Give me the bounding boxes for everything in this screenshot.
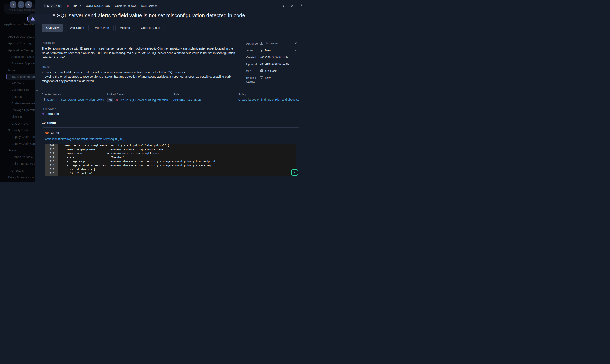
divider xyxy=(139,4,139,8)
finding-id-badge[interactable]: 718739 xyxy=(44,3,62,8)
sidebar-item-licenses[interactable]: Licenses xyxy=(0,113,35,120)
description-text: The Terraform resource with ID azurerm_m… xyxy=(42,46,237,60)
sidebar-item-issues[interactable]: Issues xyxy=(0,67,35,73)
evidence-file-link[interactable]: amit.schnitzer/terragoat/master/terrafor… xyxy=(45,137,300,141)
tab-overview[interactable]: Overview xyxy=(42,24,63,32)
evidence-heading: Evidence xyxy=(42,121,305,125)
sidebar-item-application-management[interactable]: Application Management xyxy=(0,47,35,53)
code-snippet[interactable]: 209 resource "azurerm_mssql_server_secur… xyxy=(45,143,297,176)
sidebar-item-appsec-coverage[interactable]: AppSec Coverage xyxy=(0,40,35,47)
chevron-down-icon[interactable] xyxy=(294,42,297,44)
arrow-down-icon: ↓ xyxy=(20,3,22,6)
help-icon: ? xyxy=(294,170,296,174)
created-label: Created: xyxy=(246,55,260,59)
panel-layout-icon[interactable] xyxy=(283,4,286,8)
code-text: "Sql_Injection", xyxy=(58,172,297,176)
backlog-status-label: Backlog Status: xyxy=(246,76,260,84)
clock-icon xyxy=(260,69,263,73)
framework-section: Framework Terraform xyxy=(42,107,305,116)
finding-open-duration: Open for 29 days xyxy=(115,4,137,8)
code-text: resource "azurerm_mssql_server_security_… xyxy=(58,143,297,147)
line-number: 211 xyxy=(45,152,58,156)
sla-value: On Track xyxy=(265,69,277,72)
sidebar-item-scans[interactable]: Scans xyxy=(0,147,35,154)
main-content: 718739 High CONFIGURATION Open for 29 da… xyxy=(35,0,305,182)
asset-grid-icon xyxy=(42,98,45,101)
line-number: 209 xyxy=(45,143,58,147)
linked-case-link[interactable]: 'Azure SQL Server audit log retention xyxy=(120,98,168,102)
assignee-value: Unassigned xyxy=(265,42,280,45)
sidebar-item-application-criteria[interactable]: Application Criteria xyxy=(0,53,35,60)
scroll-down-button[interactable]: ↓ xyxy=(18,1,24,8)
sidebar-item-branch-periodic-scans[interactable]: Branch Periodic Scans xyxy=(0,154,35,160)
policy-link[interactable]: Create issues on findings of High and ab… xyxy=(238,98,299,101)
sidebar-item-3rd-party-tools[interactable]: 3rd Party Tools xyxy=(0,127,35,133)
status-diamond-icon xyxy=(260,49,263,52)
help-button[interactable]: ? xyxy=(291,169,298,176)
rule-label: Rule xyxy=(173,93,238,96)
rule-link[interactable]: APPSEC_AZURE_26 xyxy=(173,98,201,101)
line-number: 210 xyxy=(45,147,58,151)
details-row: Affected Assets azurerm_mssql_server_sec… xyxy=(42,93,305,102)
severity-dropdown[interactable]: High xyxy=(67,4,81,8)
sidebar-item-ci-scans[interactable]: CI Scans xyxy=(0,167,35,174)
warning-triangle-icon xyxy=(47,5,49,7)
overlay-buttons: ↑ ↓ ✕ xyxy=(10,1,32,8)
sidebar-item-supply-chain-tools[interactable]: Supply Chain Tools xyxy=(0,133,35,140)
tab-war-room[interactable]: War Room xyxy=(65,24,89,32)
sidebar-item-iac-misconfiguration[interactable]: IaC Misconfiguration xyxy=(6,74,35,80)
alert-pull-tab[interactable] xyxy=(27,14,52,24)
finding-id: 718739 xyxy=(51,4,60,8)
framework-value: Terraform xyxy=(46,112,59,116)
scroll-up-button[interactable]: ↑ xyxy=(10,1,16,8)
sidebar-item-policy-management[interactable]: Policy Management xyxy=(0,174,35,181)
sidebar-item-package-operational[interactable]: Package Operational xyxy=(0,107,35,113)
sidebar-item-supply-chain-catalog[interactable]: Supply Chain Catalog xyxy=(0,140,35,147)
chevron-down-icon[interactable] xyxy=(294,50,297,51)
sidebar-item-secrets[interactable]: Secrets xyxy=(0,93,35,100)
sidebar-item-business-applications[interactable]: Business Applications xyxy=(0,60,35,67)
linked-cases-label: Linked Cases xyxy=(107,93,173,96)
code-text: server_name = azurerm_mssql_server.mssql… xyxy=(58,152,297,156)
updated-label: Updated: xyxy=(246,62,260,66)
status-label: Status: xyxy=(246,49,260,52)
finding-scanner: IaC Scanner xyxy=(141,4,157,8)
meta-panel: Assignee: Unassigned Status: xyxy=(241,41,301,87)
assignee-label: Assignee: xyxy=(246,42,260,46)
code-text: disabled_alerts = [ xyxy=(58,168,297,172)
close-button[interactable]: ✕ xyxy=(25,1,32,8)
sidebar-item-pull-request-scans[interactable]: Pull Request Scans xyxy=(0,160,35,167)
severity-high-icon xyxy=(115,98,118,102)
tab-work-plan[interactable]: Work Plan xyxy=(91,24,114,32)
sidebar-item-code-weaknesses[interactable]: Code Weaknesses xyxy=(0,100,35,107)
sidebar-item-vulnerabilities[interactable]: Vulnerabilities xyxy=(0,87,35,93)
linked-cases-count-badge[interactable]: 40 xyxy=(107,98,113,102)
focus-scan-icon[interactable] xyxy=(290,4,294,8)
affected-assets-label: Affected Assets xyxy=(42,93,107,96)
chevron-down-icon xyxy=(79,5,81,7)
sidebar-item-cicd-risks[interactable]: CI/CD Risks xyxy=(0,120,35,127)
tab-code-to-cloud[interactable]: Code to Cloud xyxy=(136,24,165,32)
affected-asset-link[interactable]: azurerm_mssql_server_security_alert_poli… xyxy=(46,98,104,101)
severity-label: High xyxy=(71,4,77,8)
created-value: Jan 26th 2026 09:12:53 xyxy=(260,55,289,58)
code-text: storage_endpoint = azurerm_storage_accou… xyxy=(58,159,297,164)
divider xyxy=(42,36,301,36)
sidebar-item-iac-drifts[interactable]: IaC Drifts xyxy=(0,80,35,87)
system-banner-text: We are experiencing a pr xyxy=(9,8,35,11)
sidebar: We are experiencing a pr Application Sec… xyxy=(0,0,35,182)
backlog-status-value: New xyxy=(265,76,271,79)
sidebar-item-appsec-dashboard[interactable]: AppSec Dashboard xyxy=(0,33,35,40)
gitlab-icon xyxy=(45,131,49,135)
line-number: 214 xyxy=(45,164,58,168)
line-number: 213 xyxy=(45,159,58,164)
tab-actions[interactable]: Actions xyxy=(116,24,135,32)
divider xyxy=(113,4,113,8)
divider xyxy=(83,4,83,8)
code-text: resource_group_name = azurerm_resource_g… xyxy=(58,147,297,151)
kebab-menu-icon[interactable] xyxy=(301,4,302,8)
code-text: storage_account_access_key = azurerm_sto… xyxy=(58,164,297,168)
close-icon: ✕ xyxy=(27,3,30,6)
divider xyxy=(42,4,42,8)
sidebar-resize-handle-icon[interactable] xyxy=(36,89,38,92)
